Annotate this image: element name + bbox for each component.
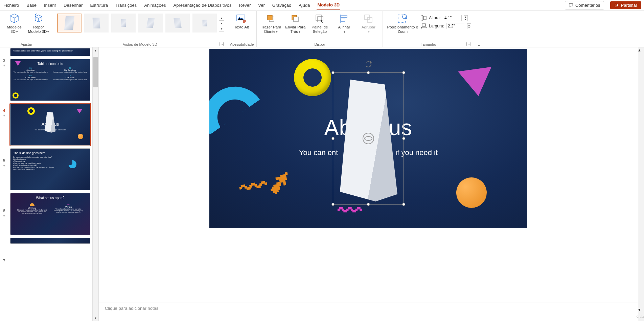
width-down[interactable]: ▾ <box>467 26 471 29</box>
view-4[interactable] <box>138 14 163 33</box>
tab-record[interactable]: Gravação <box>272 1 292 10</box>
resize-handle-ml[interactable] <box>331 137 335 140</box>
notes-pane[interactable]: Clique para adicionar notas <box>99 302 638 321</box>
group-arrange: Trazer Para Diante▾ Enviar Para Trás▾ Pa… <box>257 11 383 47</box>
view-5[interactable] <box>165 14 190 33</box>
width-input[interactable] <box>446 23 465 29</box>
thumb-numbers: 3✶ 4✶ 5✶ 6✶ 7 <box>0 47 8 321</box>
scroll-down[interactable]: ▾ <box>93 315 98 321</box>
svg-rect-4 <box>294 17 298 22</box>
share-button[interactable]: Partilhar <box>610 1 641 9</box>
width-icon <box>421 23 427 29</box>
align-button[interactable]: Alinhar▾ <box>332 12 355 34</box>
slide-thumb-3[interactable]: Table of contents 01About usYou can desc… <box>10 59 90 101</box>
svg-rect-7 <box>341 15 347 18</box>
comments-button[interactable]: Comentários <box>565 1 604 9</box>
canvas-scroll-up[interactable]: ▴ <box>638 47 644 52</box>
group-objects-button: Agrupar▾ <box>357 12 380 34</box>
group-size: Posicionamento e Zoom Altura: ▴▾ Largura… <box>383 11 474 47</box>
slide-thumb-2[interactable]: You can delete this slide when you're do… <box>10 48 90 56</box>
reset-cube-icon <box>33 13 44 24</box>
selection-box[interactable] <box>333 72 404 205</box>
tab-view[interactable]: Ver <box>257 1 266 10</box>
reset-3d-label: Repor Modelo 3D <box>28 25 47 34</box>
height-down[interactable]: ▾ <box>464 18 468 21</box>
thumbs-scrollbar[interactable]: ▴ ▾ <box>92 47 98 321</box>
rotate-handle[interactable] <box>365 61 371 67</box>
resize-handle-br[interactable] <box>402 203 405 206</box>
slide-thumb-7[interactable] <box>10 238 90 244</box>
tab-draw[interactable]: Desenhar <box>63 1 83 10</box>
bring-forward-label: Trazer Para Diante <box>261 25 281 34</box>
resize-handle-tl[interactable] <box>331 71 335 74</box>
resize-handle-mr[interactable] <box>402 137 405 140</box>
resize-handle-bm[interactable] <box>367 203 370 206</box>
height-input[interactable] <box>443 15 462 21</box>
share-icon <box>614 3 619 8</box>
group-adjust: Modelos 3D▾ Repor Modelo 3D▾ Ajustar <box>0 11 53 47</box>
view-2[interactable] <box>84 14 109 33</box>
group-adjust-label: Ajustar <box>3 41 50 47</box>
collapse-ribbon-button[interactable]: ⌄ <box>474 11 483 47</box>
view-6[interactable] <box>192 14 217 33</box>
tab-home[interactable]: Base <box>26 1 37 10</box>
scroll-handle[interactable] <box>93 57 98 87</box>
svg-rect-10 <box>367 18 372 22</box>
slide-thumb-5[interactable]: The slide title goes here! Do you know w… <box>10 148 90 190</box>
group-size-label: Tamanho ↘ <box>386 41 471 47</box>
canvas-column: 〰➚ 〰 About us You can enter a subtitle h… <box>99 47 638 321</box>
height-icon <box>421 15 427 21</box>
alt-text-button[interactable]: Texto Alt <box>230 12 253 29</box>
tab-animations[interactable]: Animações <box>143 1 166 10</box>
resize-handle-tm[interactable] <box>367 71 370 74</box>
star-icon: ✶ <box>3 64 5 67</box>
height-label: Altura: <box>429 16 441 20</box>
thumb-num-6: 6 <box>3 209 5 213</box>
tab-slideshow[interactable]: Apresentação de Diapositivos <box>173 1 232 10</box>
view-3[interactable] <box>111 14 136 33</box>
size-controls: Altura: ▴▾ Largura: ▴▾ <box>421 12 471 29</box>
send-backward-button[interactable]: Enviar Para Trás▾ <box>284 12 307 34</box>
tab-help[interactable]: Ajuda <box>298 1 310 10</box>
canvas-scroll-down[interactable]: ▾ <box>638 307 644 312</box>
bring-forward-icon <box>265 13 277 24</box>
resize-handle-bl[interactable] <box>331 203 335 206</box>
group-arrange-label: Dispor <box>259 41 380 47</box>
tab-insert[interactable]: Inserir <box>43 1 57 10</box>
tab-file[interactable]: Ficheiro <box>3 1 20 10</box>
group-views-label: Vistas de Modelo 3D ↘ <box>56 41 224 47</box>
sphere-shape <box>456 177 487 208</box>
gallery-down[interactable]: ▾ <box>219 20 224 26</box>
group-objects-icon <box>363 13 374 24</box>
slide-thumb-4[interactable]: About us You can enter a subtitle here i… <box>10 104 90 146</box>
tab-design[interactable]: Estrutura <box>89 1 109 10</box>
tab-review[interactable]: Rever <box>238 1 252 10</box>
bring-forward-button[interactable]: Trazer Para Diante▾ <box>259 12 282 34</box>
triangle-shape <box>458 67 495 98</box>
slide-thumb-6[interactable]: What set us apart? MercuryMercury is the… <box>10 193 90 235</box>
resize-handle-tr[interactable] <box>402 71 405 74</box>
view-1[interactable] <box>57 14 82 33</box>
thumb-num-3: 3 <box>3 58 5 63</box>
selection-pane-button[interactable]: Painel de Seleção <box>308 12 331 34</box>
gallery-more[interactable]: ▾ <box>219 26 224 31</box>
models-3d-button[interactable]: Modelos 3D▾ <box>3 12 26 34</box>
squiggle-orange: 〰➚ <box>237 166 296 206</box>
group-objects-label: Agrupar <box>362 25 375 29</box>
menu-tabs: Ficheiro Base Inserir Desenhar Estrutura… <box>0 0 644 11</box>
pan-zoom-button[interactable]: Posicionamento e Zoom <box>386 12 419 34</box>
record-indicator: Grabar <box>638 312 644 321</box>
thumbnails-pane: 3✶ 4✶ 5✶ 6✶ 7 You can delete this slide … <box>0 47 99 321</box>
orbit-3d-handle[interactable] <box>363 133 374 144</box>
slide-canvas[interactable]: 〰➚ 〰 About us You can enter a subtitle h… <box>99 47 638 302</box>
scroll-up[interactable]: ▴ <box>93 47 98 53</box>
reset-3d-button[interactable]: Repor Modelo 3D▾ <box>27 12 50 34</box>
gallery-up[interactable]: ▴ <box>219 15 224 21</box>
tab-transitions[interactable]: Transições <box>115 1 137 10</box>
svg-rect-8 <box>341 19 345 21</box>
tab-3dmodel[interactable]: Modelo 3D <box>317 0 340 10</box>
size-dialog-launcher[interactable]: ↘ <box>466 42 470 46</box>
views-dialog-launcher[interactable]: ↘ <box>220 42 224 46</box>
canvas-scrollbar[interactable]: ▴ ▾ Grabar <box>638 47 644 321</box>
thumb-6-title: What set us apart? <box>13 196 87 200</box>
